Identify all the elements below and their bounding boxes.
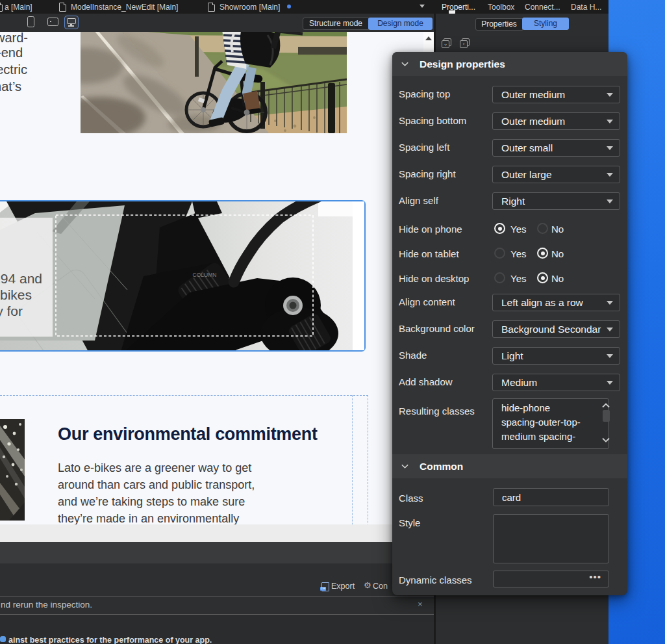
svg-text:COLUMN: COLUMN <box>193 272 217 278</box>
